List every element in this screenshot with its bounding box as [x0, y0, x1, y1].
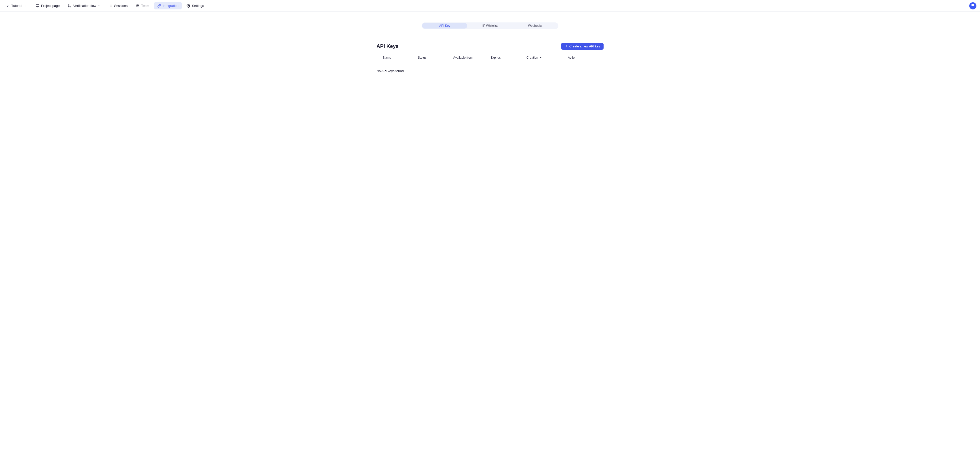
nav-verification-flow[interactable]: Verification flow — [65, 2, 104, 10]
project-selector[interactable]: TU Tutorial — [5, 4, 27, 8]
main-nav: Project page Verification flow Sessions … — [32, 2, 207, 10]
page-title: API Keys — [376, 43, 399, 49]
column-creation[interactable]: Creation — [527, 56, 568, 59]
nav-label: Project page — [41, 4, 60, 8]
svg-point-12 — [137, 4, 138, 6]
svg-point-4 — [70, 6, 71, 7]
tab-api-key[interactable]: API Key — [422, 23, 467, 29]
plus-icon — [565, 44, 568, 48]
page-body: API Keys Create a new API key Name Statu… — [376, 43, 604, 73]
main-content: API Key IP Whitelist Webhooks API Keys C… — [0, 12, 980, 73]
nav-integration[interactable]: Integration — [154, 2, 182, 10]
gear-icon — [186, 4, 190, 8]
chevron-down-icon — [98, 5, 100, 7]
users-icon — [136, 4, 139, 8]
flow-icon — [68, 4, 72, 8]
column-expires[interactable]: Expires — [490, 56, 527, 59]
nav-label: Settings — [192, 4, 204, 8]
svg-point-13 — [188, 5, 189, 6]
project-name: Tutorial — [11, 4, 22, 8]
nav-label: Integration — [163, 4, 178, 8]
empty-state: No API keys found — [376, 69, 604, 73]
column-status[interactable]: Status — [418, 56, 453, 59]
tab-webhooks[interactable]: Webhooks — [513, 23, 558, 29]
column-available-from[interactable]: Available from — [453, 56, 490, 59]
svg-marker-16 — [540, 57, 542, 58]
monitor-icon — [36, 4, 39, 8]
list-icon — [109, 4, 112, 8]
nav-sessions[interactable]: Sessions — [105, 2, 131, 10]
column-label: Creation — [527, 56, 538, 59]
nav-label: Sessions — [114, 4, 127, 8]
column-name[interactable]: Name — [383, 56, 418, 59]
create-api-key-button[interactable]: Create a new API key — [561, 43, 604, 50]
table-header: Name Status Available from Expires Creat… — [376, 56, 604, 59]
nav-label: Verification flow — [73, 4, 96, 8]
nav-settings[interactable]: Settings — [183, 2, 207, 10]
column-action: Action — [568, 56, 604, 59]
chevron-down-icon — [24, 5, 27, 7]
link-icon — [158, 4, 161, 8]
sort-desc-icon — [539, 56, 542, 59]
svg-rect-0 — [36, 4, 39, 6]
project-badge: TU — [5, 4, 9, 8]
top-nav: TU Tutorial Project page Verification fl… — [0, 0, 980, 12]
button-label: Create a new API key — [570, 44, 600, 48]
nav-label: Team — [141, 4, 149, 8]
segmented-tabs: API Key IP Whitelist Webhooks — [422, 22, 558, 29]
tab-ip-whitelist[interactable]: IP Whitelist — [467, 23, 512, 29]
svg-point-3 — [68, 4, 69, 5]
nav-team[interactable]: Team — [132, 2, 153, 10]
logo-icon — [971, 3, 975, 8]
avatar[interactable] — [969, 2, 977, 10]
nav-project-page[interactable]: Project page — [32, 2, 63, 10]
page-header: API Keys Create a new API key — [376, 43, 604, 50]
